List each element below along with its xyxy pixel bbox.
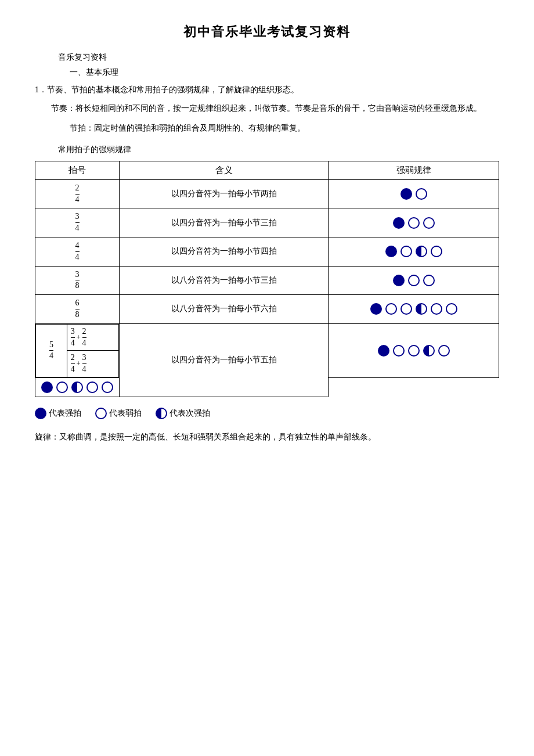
fraction: 34 xyxy=(71,327,75,348)
outline-circle xyxy=(423,217,435,229)
fraction-numerator: 3 xyxy=(75,212,80,223)
outline-circle xyxy=(408,275,420,286)
fraction-denominator: 4 xyxy=(71,338,75,348)
outline-circle xyxy=(400,303,412,315)
sub-fraction-row-2: 24+34 xyxy=(71,353,115,375)
fraction: 38 xyxy=(75,270,80,291)
fraction: 54 xyxy=(49,340,53,362)
fraction: 24 xyxy=(82,327,86,348)
beat-symbols xyxy=(334,217,493,229)
half-circle xyxy=(71,381,83,393)
outline-circle xyxy=(431,303,442,315)
legend-outline: 代表弱拍 xyxy=(95,408,142,419)
fraction-denominator: 4 xyxy=(75,195,80,205)
outline-circle xyxy=(408,217,420,229)
beat-symbols xyxy=(334,303,493,315)
outline-circle xyxy=(102,381,113,393)
beats-table: 拍号 含义 强弱规律 24以四分音符为一拍每小节两拍34以四分音符为一拍每小节三… xyxy=(35,161,499,397)
filled-circle xyxy=(393,275,405,286)
cell-hanyi: 以四分音符为一拍每小节四拍 xyxy=(120,237,329,266)
section-label: 音乐复习资料 xyxy=(58,52,499,63)
legend-outline-symbol xyxy=(95,408,107,419)
filled-circle xyxy=(370,303,382,315)
fraction-numerator: 2 xyxy=(75,183,80,195)
outline-circle xyxy=(400,246,412,257)
table-row: 44以四分音符为一拍每小节四拍 xyxy=(35,237,499,266)
fraction-denominator: 8 xyxy=(75,280,80,291)
cell-beats xyxy=(329,208,499,237)
fraction-denominator: 4 xyxy=(82,338,86,348)
beat-symbols xyxy=(334,188,493,200)
common-beats-label: 常用拍子的强弱规律 xyxy=(58,145,499,155)
fraction: 24 xyxy=(71,353,75,375)
para-jiepai: 节拍：固定时值的强拍和弱拍的组合及周期性的、有规律的重复。 xyxy=(70,121,499,135)
half-circle xyxy=(423,345,435,357)
list-item-1: 1．节奏、节拍的基本概念和常用拍子的强弱规律，了解旋律的组织形态。 xyxy=(35,84,499,96)
plus-sign: + xyxy=(77,359,81,368)
table-row: 24以四分音符为一拍每小节两拍 xyxy=(35,179,499,208)
plus-sign: + xyxy=(77,333,81,342)
fraction-numerator: 3 xyxy=(75,270,80,281)
fraction-numerator: 6 xyxy=(75,298,80,309)
para-jiepai-label: 节拍： xyxy=(70,124,94,132)
table-row: 68以八分音符为一拍每小节六拍 xyxy=(35,295,499,324)
cell-paiha: 44 xyxy=(35,237,120,266)
fraction-numerator: 2 xyxy=(71,353,75,364)
table-row-combined: 5434+2424+34以四分音符为一拍每小节五拍 xyxy=(35,323,499,377)
sub-fraction-row-1: 34+24 xyxy=(71,327,115,348)
fraction: 34 xyxy=(75,212,80,233)
cell-paiha: 38 xyxy=(35,266,120,295)
fraction-numerator: 2 xyxy=(82,327,86,338)
legend-half-label: 代表次强拍 xyxy=(169,408,210,419)
legend-filled: 代表强拍 xyxy=(35,408,81,419)
outline-circle xyxy=(385,303,397,315)
col-header-hanyi: 含义 xyxy=(120,161,329,179)
para-jiepai-text: 固定时值的强拍和弱拍的组合及周期性的、有规律的重复。 xyxy=(94,124,305,132)
fraction: 68 xyxy=(75,298,80,320)
filled-circle xyxy=(41,381,53,393)
outline-circle xyxy=(86,381,98,393)
cell-paiha: 34 xyxy=(35,208,120,237)
half-circle xyxy=(416,246,427,257)
fraction-denominator: 4 xyxy=(75,223,80,233)
beat-symbols xyxy=(41,381,113,393)
cell-hanyi: 以四分音符为一拍每小节两拍 xyxy=(120,179,329,208)
main-container: 初中音乐毕业考试复习资料 音乐复习资料 一、基本乐理 1．节奏、节拍的基本概念和… xyxy=(35,23,499,444)
cell-combined-paiha: 5434+2424+34 xyxy=(35,323,120,377)
melody-text: 旋律：又称曲调，是按照一定的高低、长短和强弱关系组合起来的，具有独立性的单声部线… xyxy=(35,430,499,444)
cell-beats xyxy=(329,266,499,295)
fraction: 44 xyxy=(75,241,80,262)
fraction-numerator: 3 xyxy=(82,353,86,364)
legend-half-symbol xyxy=(156,408,167,419)
sub-fraction-1-cell: 34+24 xyxy=(67,324,118,351)
beat-symbols xyxy=(334,275,493,286)
cell-paiha: 68 xyxy=(35,295,120,324)
para-jiezou-text: 将长短相同的和不同的音，按一定规律组织起来，叫做节奏。节奏是音乐的骨干，它由音响… xyxy=(75,104,482,113)
cell-beats xyxy=(329,295,499,324)
legend-outline-label: 代表弱拍 xyxy=(109,408,142,419)
fraction-denominator: 4 xyxy=(49,351,53,361)
legend-filled-label: 代表强拍 xyxy=(49,408,81,419)
cell-hanyi: 以八分音符为一拍每小节六拍 xyxy=(120,295,329,324)
para-jiezou-label: 节奏： xyxy=(51,104,75,113)
cell-combined-hanyi: 以四分音符为一拍每小节五拍 xyxy=(120,323,329,397)
fraction-denominator: 4 xyxy=(82,364,86,375)
fraction-denominator: 4 xyxy=(71,364,75,375)
outline-circle xyxy=(408,345,420,357)
cell-combined-beats-1 xyxy=(329,323,499,377)
legend-row: 代表强拍 代表弱拍 代表次强拍 xyxy=(35,405,499,422)
outline-circle xyxy=(446,303,457,315)
para-jiezou: 节奏：将长短相同的和不同的音，按一定规律组织起来，叫做节奏。节奏是音乐的骨干，它… xyxy=(35,101,499,116)
outline-circle xyxy=(56,381,68,393)
outline-circle xyxy=(423,275,435,286)
fraction-denominator: 8 xyxy=(75,309,80,320)
col-header-qiangruguilv: 强弱规律 xyxy=(329,161,499,179)
cell-hanyi: 以八分音符为一拍每小节三拍 xyxy=(120,266,329,295)
col-header-paiha: 拍号 xyxy=(35,161,120,179)
legend-half: 代表次强拍 xyxy=(156,408,210,419)
sub-fraction-2-cell: 24+34 xyxy=(67,351,118,377)
cell-beats xyxy=(329,179,499,208)
table-row: 38以八分音符为一拍每小节三拍 xyxy=(35,266,499,295)
melody-text-content: 旋律：又称曲调，是按照一定的高低、长短和强弱关系组合起来的，具有独立性的单声部线… xyxy=(35,433,376,441)
cell-hanyi: 以四分音符为一拍每小节三拍 xyxy=(120,208,329,237)
